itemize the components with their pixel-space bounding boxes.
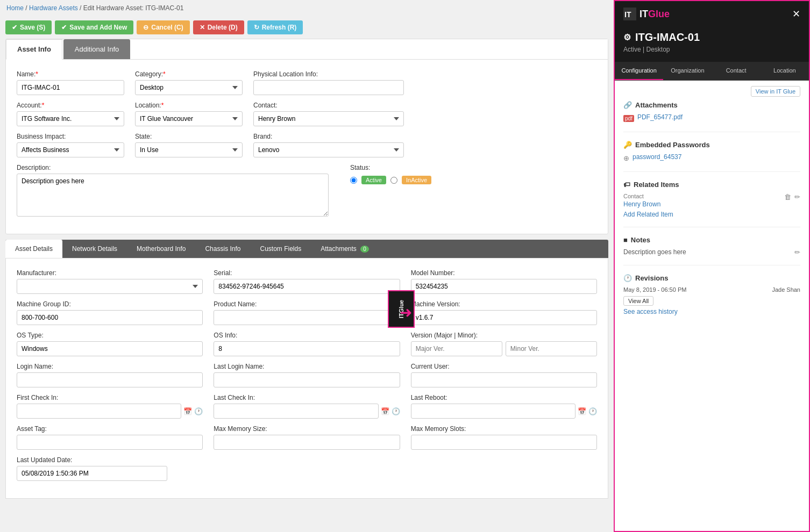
login-name-label: Login Name: <box>17 363 203 370</box>
sidebar-tab-configuration[interactable]: Configuration <box>615 62 663 80</box>
last-login-name-group: Last Login Name: <box>214 363 400 387</box>
tag-icon: 🏷 <box>623 181 630 189</box>
attachment-link[interactable]: PDF_65477.pdf <box>637 113 683 121</box>
asset-tag-input[interactable] <box>17 435 203 450</box>
login-name-input[interactable] <box>17 372 203 387</box>
version-minor-input[interactable] <box>506 341 597 356</box>
category-select[interactable]: Desktop <box>135 80 243 95</box>
status-active-radio[interactable] <box>350 177 357 184</box>
business-impact-select[interactable]: Affects Business <box>17 142 124 157</box>
form-row-3: Business Impact: Affects Business State:… <box>17 133 597 157</box>
name-label: Name:* <box>17 70 124 78</box>
machine-group-input[interactable] <box>17 310 203 325</box>
version-major-input[interactable] <box>411 341 502 356</box>
tab-asset-details[interactable]: Asset Details <box>5 240 62 258</box>
tab-attachments[interactable]: Attachments 0 <box>311 240 379 258</box>
see-access-history-link[interactable]: See access history <box>623 308 800 315</box>
calendar-icon-2[interactable]: 📅 <box>381 407 389 415</box>
clock-icon-2[interactable]: 🕐 <box>392 407 400 415</box>
last-reboot-input[interactable] <box>411 404 575 419</box>
details-row-5: First Check In: 📅 🕐 Last Check In: 📅 🕐 L… <box>17 394 597 419</box>
tab-additional-info[interactable]: Additional Info <box>63 39 130 59</box>
view-in-itglue-button[interactable]: View in IT Glue <box>751 86 800 97</box>
top-tab-bar: Asset Info Additional Info <box>6 39 608 60</box>
attachments-title: 🔗 Attachments <box>623 101 800 109</box>
notes-section: ■ Notes Description goes here ✏ <box>623 236 800 265</box>
sidebar-logo: IT ITGlue <box>623 8 670 20</box>
sidebar-tab-location[interactable]: Location <box>761 62 809 80</box>
current-user-input[interactable] <box>411 372 597 387</box>
paperclip-icon: 🔗 <box>623 101 632 109</box>
tab-custom-fields[interactable]: Custom Fields <box>250 240 311 258</box>
notes-content: Description goes here <box>623 248 794 256</box>
calendar-icon-3[interactable]: 📅 <box>578 407 586 415</box>
details-row-6: Asset Tag: Max Memory Size: Max Memory S… <box>17 425 597 450</box>
business-impact-group: Business Impact: Affects Business <box>17 133 124 157</box>
tab-network-details[interactable]: Network Details <box>62 240 127 258</box>
last-updated-group: Last Updated Date: <box>17 456 167 481</box>
location-select[interactable]: IT Glue Vancouver <box>135 111 243 126</box>
brand-select[interactable]: Lenovo <box>253 142 404 157</box>
state-select[interactable]: In Use <box>135 142 243 157</box>
last-check-in-label: Last Check In: <box>214 394 400 401</box>
sidebar-close-button[interactable]: ✕ <box>792 8 800 20</box>
status-group: Status: Active InActive <box>350 164 431 217</box>
status-inactive-radio[interactable] <box>390 177 397 184</box>
last-login-name-input[interactable] <box>214 372 400 387</box>
cancel-button[interactable]: ⊖ Cancel (C) <box>137 20 189 34</box>
add-related-item-link[interactable]: Add Related Item <box>623 211 673 218</box>
first-check-in-input[interactable] <box>17 404 181 419</box>
description-textarea[interactable]: Description goes here <box>17 174 329 217</box>
breadcrumb-home[interactable]: Home <box>6 4 24 12</box>
related-contact-link[interactable]: Henry Brown <box>623 200 660 208</box>
clock-icon: 🕐 <box>623 274 632 282</box>
serial-group: Serial: <box>214 269 400 294</box>
model-number-input[interactable] <box>411 279 597 294</box>
notes-edit-icon[interactable]: ✏ <box>794 248 800 256</box>
save-add-button[interactable]: ✔ Save and Add New <box>55 20 133 34</box>
physical-location-input[interactable] <box>253 80 404 95</box>
password-link[interactable]: password_64537 <box>633 153 681 161</box>
contact-group: Contact: Henry Brown <box>253 102 404 126</box>
clock-icon-3[interactable]: 🕐 <box>588 407 597 415</box>
location-group: Location:* IT Glue Vancouver <box>135 102 243 126</box>
delete-button[interactable]: ✕ Delete (D) <box>193 20 244 34</box>
clock-icon-1[interactable]: 🕐 <box>194 407 203 415</box>
machine-version-input[interactable] <box>411 310 597 325</box>
machine-version-group: Machine Version: <box>411 300 597 325</box>
os-info-group: OS Info: <box>214 332 400 356</box>
max-memory-slots-group: Max Memory Slots: <box>411 425 597 450</box>
sidebar-tab-organization[interactable]: Organization <box>663 62 712 80</box>
account-select[interactable]: ITG Software Inc. <box>17 111 124 126</box>
max-memory-size-input[interactable] <box>214 435 400 450</box>
product-name-input[interactable] <box>214 310 400 325</box>
name-input[interactable] <box>17 80 124 95</box>
trash-icon[interactable]: 🗑 <box>784 193 791 201</box>
login-name-group: Login Name: <box>17 363 203 387</box>
calendar-icon-1[interactable]: 📅 <box>183 407 192 415</box>
last-updated-input[interactable] <box>17 466 167 481</box>
tab-asset-info[interactable]: Asset Info <box>6 39 62 60</box>
key-icon: 🔑 <box>623 141 632 149</box>
manufacturer-group: Manufacturer: <box>17 269 203 294</box>
view-all-button[interactable]: View All <box>623 296 653 306</box>
serial-input[interactable] <box>214 279 400 294</box>
tab-chassis-info[interactable]: Chassis Info <box>195 240 250 258</box>
os-info-input[interactable] <box>214 341 400 356</box>
machine-group-id-group: Machine Group ID: <box>17 300 203 325</box>
sidebar-tab-contact[interactable]: Contact <box>712 62 761 80</box>
details-row-7: Last Updated Date: <box>17 456 597 481</box>
details-row-1: Manufacturer: Serial: Model Number: <box>17 269 597 294</box>
breadcrumb-hardware-assets[interactable]: Hardware Assets <box>29 4 78 12</box>
current-user-group: Current User: <box>411 363 597 387</box>
refresh-button[interactable]: ↻ Refresh (R) <box>247 20 303 34</box>
last-check-in-input[interactable] <box>214 404 378 419</box>
edit-icon[interactable]: ✏ <box>794 193 800 201</box>
tab-motherboard-info[interactable]: Motherboard Info <box>127 240 195 258</box>
save-button[interactable]: ✔ Save (S) <box>5 20 52 34</box>
manufacturer-select[interactable] <box>17 279 203 294</box>
contact-select[interactable]: Henry Brown <box>253 111 404 126</box>
max-memory-slots-input[interactable] <box>411 435 597 450</box>
os-type-input[interactable] <box>17 341 203 356</box>
product-name-group: Product Name: <box>214 300 400 325</box>
